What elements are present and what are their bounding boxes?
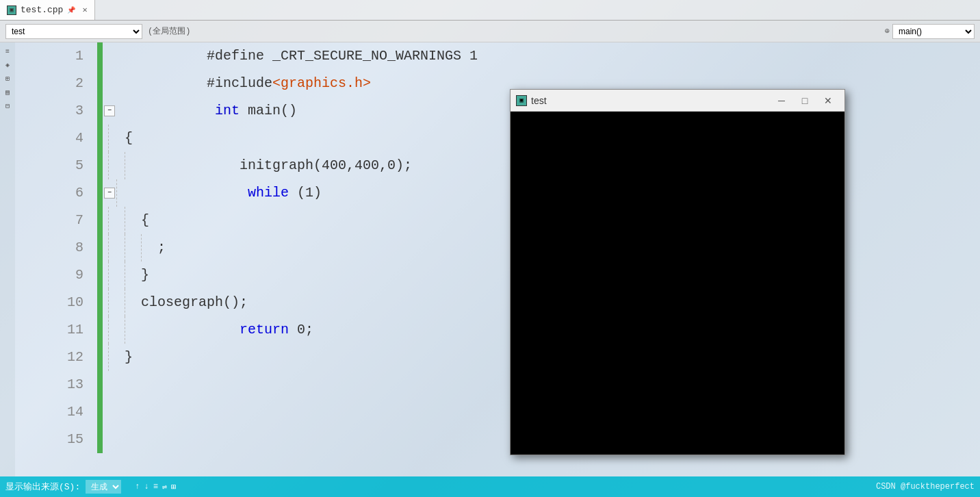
tab-filename: test.cpp (21, 5, 63, 15)
ide-container: ▣ test.cpp 📌 ✕ test (全局范围) ⊕ main() ≡ ◈ … (0, 0, 980, 497)
sidebar-icon-3[interactable]: ⊞ (1, 73, 14, 85)
indent-guide (125, 289, 141, 316)
popup-content (511, 112, 844, 455)
code-content: return 0; (141, 289, 313, 371)
toolbar-right: ⊕ main() (885, 24, 975, 39)
popup-controls: ─ □ ✕ (771, 92, 839, 109)
line-number: 4 (15, 125, 97, 152)
line-indicator (97, 234, 103, 262)
status-icon-3[interactable]: ≡ (153, 482, 158, 492)
code-content: } (125, 344, 133, 371)
indent-guide (108, 316, 125, 344)
indent-guide (108, 289, 125, 316)
status-watermark: CSDN @fucktheperfect (876, 482, 975, 492)
tab-close-icon[interactable]: ✕ (82, 5, 87, 15)
status-icon-4[interactable]: ⇌ (162, 482, 167, 492)
tab-pin-icon: 📌 (67, 6, 75, 14)
sidebar-icon-1[interactable]: ≡ (1, 45, 14, 58)
line-number: 1 (15, 42, 97, 70)
code-token: int (215, 103, 240, 118)
line-indicator (97, 70, 103, 97)
scope-icon: ⊕ (885, 26, 890, 36)
scope-label: (全局范围) (148, 25, 190, 37)
line-number: 2 (15, 70, 97, 97)
indent-guide (108, 234, 125, 262)
status-icon-1[interactable]: ↑ (135, 482, 140, 492)
sidebar-icon-5[interactable]: ⊟ (1, 100, 14, 112)
line-indicator (97, 426, 103, 453)
indent-guide (125, 207, 141, 234)
line-indicator (97, 152, 103, 179)
popup-minimize-button[interactable]: ─ (771, 92, 792, 109)
code-token: while (248, 185, 289, 201)
indent-guide (108, 152, 125, 179)
output-select[interactable]: 生成 (86, 480, 121, 494)
popup-title: test (531, 95, 771, 106)
tab-file-icon: ▣ (7, 5, 16, 15)
indent-guide (125, 234, 141, 262)
indent-guide (108, 207, 125, 234)
sidebar-icon-2[interactable]: ◈ (1, 59, 14, 71)
popup-maximize-button[interactable]: □ (794, 92, 816, 109)
code-token: return (240, 322, 289, 337)
line-indicator (97, 289, 103, 316)
code-token: main() (240, 103, 297, 118)
indent-guide (125, 316, 141, 344)
status-icons: ↑ ↓ ≡ ⇌ ⊞ (135, 482, 176, 492)
line-number: 5 (15, 152, 97, 179)
fold-button[interactable]: − (104, 188, 115, 199)
popup-window: ▣ test ─ □ ✕ (510, 89, 845, 455)
line-indicator (97, 97, 103, 125)
file-select[interactable]: test (5, 24, 142, 39)
fold-button[interactable]: − (104, 105, 115, 116)
popup-close-button[interactable]: ✕ (817, 92, 839, 109)
line-indicator (97, 316, 103, 344)
line-number: 7 (15, 207, 97, 234)
indent-guide (108, 262, 125, 289)
line-indicator (97, 42, 103, 70)
code-content: while (1) (149, 152, 322, 234)
status-icon-5[interactable]: ⊞ (171, 482, 176, 492)
status-icon-2[interactable]: ↓ (144, 482, 149, 492)
line-number: 11 (15, 316, 97, 344)
code-content: ; (157, 234, 166, 262)
line-number: 14 (15, 398, 97, 426)
output-label: 显示输出来源(S): (5, 481, 80, 493)
status-left: 显示输出来源(S): 生成 ↑ ↓ ≡ ⇌ ⊞ (5, 480, 176, 494)
line-indicator (97, 207, 103, 234)
toolbar: test (全局范围) ⊕ main() (0, 21, 980, 42)
line-indicator (97, 398, 103, 426)
line-indicator (97, 371, 103, 398)
line-number: 9 (15, 262, 97, 289)
line-indicator (97, 125, 103, 152)
scope-select[interactable]: main() (892, 24, 975, 39)
indent-guide (108, 344, 125, 371)
code-token: 0; (289, 322, 313, 337)
code-token: (1) (289, 185, 322, 201)
line-number: 3 (15, 97, 97, 125)
line-number: 8 (15, 234, 97, 262)
popup-icon: ▣ (516, 95, 527, 106)
indent-guide (116, 179, 133, 207)
left-sidebar: ≡ ◈ ⊞ ▤ ⊟ (0, 42, 15, 476)
line-number: 10 (15, 289, 97, 316)
line-number: 15 (15, 426, 97, 453)
line-number: 12 (15, 344, 97, 371)
code-content: } (141, 262, 149, 289)
indent-guide (125, 262, 141, 289)
line-number: 6 (15, 179, 97, 207)
sidebar-icon-4[interactable]: ▤ (1, 86, 14, 99)
popup-titlebar: ▣ test ─ □ ✕ (511, 90, 844, 112)
status-bar: 显示输出来源(S): 生成 ↑ ↓ ≡ ⇌ ⊞ CSDN @fucktheper… (0, 476, 980, 497)
tab-item-test[interactable]: ▣ test.cpp 📌 ✕ (0, 0, 95, 20)
line-indicator (97, 344, 103, 371)
line-number: 13 (15, 371, 97, 398)
code-content: { (125, 125, 133, 152)
tab-bar: ▣ test.cpp 📌 ✕ (0, 0, 980, 21)
indent-guide (125, 152, 141, 179)
line-indicator (97, 262, 103, 289)
indent-guide (141, 234, 157, 262)
indent-guide (108, 125, 125, 152)
code-content: { (141, 207, 149, 234)
line-indicator (97, 179, 103, 207)
